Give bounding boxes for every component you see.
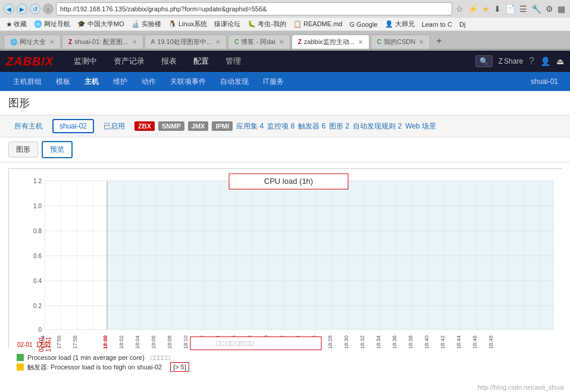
- legend-processor-values: □□□□□: [151, 354, 170, 361]
- graph-tab-graph[interactable]: 图形: [8, 142, 38, 158]
- svg-text:0.6: 0.6: [33, 253, 42, 259]
- svg-text:0.4: 0.4: [33, 278, 42, 284]
- tab-favicon-19-10: A: [151, 39, 155, 45]
- star-icon[interactable]: ★: [481, 4, 491, 14]
- zabbix-logo: ZABBIX: [6, 55, 54, 68]
- menu-admin[interactable]: 管理: [217, 51, 249, 71]
- bookmark-lab[interactable]: 🔬 实验楼: [129, 19, 164, 29]
- reload-button[interactable]: ↺: [30, 4, 40, 14]
- sec-menu-corr[interactable]: 关联项事件: [163, 73, 213, 90]
- tab-zabbix-active[interactable]: Z zabbix监控主动... ✕: [292, 35, 369, 49]
- tab-close-19-10[interactable]: ✕: [215, 39, 220, 45]
- user-icon[interactable]: 👤: [540, 57, 550, 66]
- tabs-bar: 🌐 网址大全 ✕ Z shuai-01: 配置图... ✕ A 19.10处理图…: [0, 31, 570, 50]
- watermark-text: http://blog.csdn.net/aoli_shuai: [477, 384, 564, 391]
- menu-config[interactable]: 配置: [185, 51, 217, 71]
- forward-button[interactable]: ▶: [17, 4, 27, 14]
- bookmark-readme-label: 📋 README.md: [293, 20, 342, 28]
- host-tab-appsets[interactable]: 应用集 4: [236, 121, 264, 131]
- logout-icon[interactable]: ⏏: [556, 57, 564, 66]
- tab-close-csdn[interactable]: ✕: [419, 39, 424, 45]
- host-tab-web[interactable]: Web 场景: [405, 121, 436, 131]
- bookmark-nav-label: 🌐 网址导航: [34, 20, 70, 29]
- tab-wangzhi[interactable]: 🌐 网址大全 ✕: [4, 35, 61, 49]
- bookmark-google[interactable]: G Google: [347, 20, 380, 29]
- host-tab-discovery[interactable]: 自动发现规则 2: [353, 121, 402, 131]
- bookmark-icon[interactable]: ☆: [455, 4, 465, 14]
- browser-icons: ☆ ⚡ ★ ⬇ 📄 ☰ 🔧 ⚙ ▦: [455, 4, 566, 14]
- legend-color-green: [17, 354, 24, 361]
- svg-text:0.2: 0.2: [33, 303, 42, 309]
- badge-zbx[interactable]: ZBX: [134, 121, 155, 131]
- svg-text:0.8: 0.8: [33, 228, 42, 234]
- sec-menu-hostgroup[interactable]: 主机群组: [6, 73, 49, 90]
- bookmark-yuan[interactable]: 猿课论坛: [212, 19, 243, 29]
- bookmark-favorites[interactable]: ★ 收藏: [4, 19, 29, 29]
- host-tab-enabled[interactable]: 已启用: [98, 120, 131, 133]
- tab-19-10[interactable]: A 19.10处理图形中... ✕: [145, 35, 227, 49]
- home-button[interactable]: ⌂: [43, 4, 54, 14]
- extension-icon[interactable]: ⚡: [466, 4, 479, 14]
- bookmark-nav[interactable]: 🌐 网址导航: [32, 19, 73, 29]
- host-tab-shuai02[interactable]: shuai-02: [52, 119, 94, 133]
- tab-csdn[interactable]: C 我的CSDN ✕: [371, 35, 430, 49]
- menu-monitoring[interactable]: 监测中: [65, 51, 105, 71]
- tools-icon[interactable]: 🔧: [530, 4, 543, 14]
- tab-favicon-zabbix: Z: [298, 39, 302, 45]
- tab-blog[interactable]: C 博客 - 阿dai ✕: [228, 35, 290, 49]
- tab-label-wangzhi: 网址大全: [20, 37, 46, 46]
- bookmark-learnc[interactable]: Learn to C: [419, 20, 455, 29]
- sec-menu-templates[interactable]: 模板: [49, 73, 77, 90]
- sec-menu-maintenance[interactable]: 维护: [106, 73, 134, 90]
- svg-text:CPU load (1h): CPU load (1h): [264, 177, 313, 186]
- back-button[interactable]: ◀: [4, 4, 14, 14]
- sec-menu-hosts[interactable]: 主机: [77, 73, 106, 90]
- secondary-nav: 主机群组 模板 主机 维护 动作 关联项事件 自动发现 IT服务 shuai-0…: [0, 72, 570, 91]
- tab-shuai01[interactable]: Z shuai-01: 配置图... ✕: [62, 35, 143, 49]
- address-bar[interactable]: [56, 2, 452, 15]
- sec-menu-actions[interactable]: 动作: [134, 73, 163, 90]
- host-tab-all[interactable]: 所有主机: [8, 120, 49, 133]
- tab-close-shuai01[interactable]: ✕: [132, 39, 137, 45]
- svg-text:0: 0: [38, 327, 42, 333]
- host-tab-graphs[interactable]: 图形 2: [329, 121, 349, 131]
- bookmark-linux[interactable]: 🐧 Linux系统: [166, 19, 209, 29]
- sec-menu-discovery[interactable]: 自动发现: [213, 73, 256, 90]
- bookmark-learnc-label: Learn to C: [422, 21, 452, 28]
- share-button[interactable]: Z Share: [499, 57, 523, 65]
- help-icon[interactable]: ?: [529, 56, 534, 67]
- host-tab-items[interactable]: 监控项 8: [267, 121, 295, 131]
- search-box[interactable]: 🔍: [475, 55, 493, 67]
- bookmark-yuan-label: 猿课论坛: [214, 20, 240, 29]
- bookmark-readme[interactable]: 📋 README.md: [291, 20, 344, 29]
- download-icon[interactable]: ⬇: [493, 4, 502, 14]
- new-tab-button[interactable]: +: [431, 33, 446, 49]
- menu-assets[interactable]: 资产记录: [105, 51, 153, 71]
- settings-icon[interactable]: ⚙: [544, 4, 555, 14]
- bookmark-dj-label: Dj: [459, 21, 465, 28]
- legend-processor-label: Processor load (1 min average per core): [27, 354, 145, 361]
- legend-item-trigger: 触发器: Processor load is too high on shuai…: [17, 362, 553, 372]
- tab-label-19-10: 19.10处理图形中...: [157, 37, 212, 46]
- bookmark-kaochong[interactable]: 🐛 考虫-我的: [245, 19, 289, 29]
- settings-menu-icon[interactable]: ☰: [518, 4, 528, 14]
- apps-icon[interactable]: ▦: [556, 4, 566, 14]
- bookmark-mooc[interactable]: 🎓 中国大学MO: [75, 19, 127, 29]
- graph-tab-preview[interactable]: 预览: [42, 141, 73, 158]
- watermark: http://blog.csdn.net/aoli_shuai: [0, 381, 570, 392]
- browser-chrome: ◀ ▶ ↺ ⌂ ☆ ⚡ ★ ⬇ 📄 ☰ 🔧 ⚙ ▦ ★ 收藏 🌐 网址导航 🎓 …: [0, 0, 570, 51]
- bookmark-dj[interactable]: Dj: [457, 20, 468, 29]
- tab-close-blog[interactable]: ✕: [279, 39, 284, 45]
- date-label: 02-01: [17, 341, 33, 348]
- tab-label-zabbix: zabbix监控主动...: [304, 37, 355, 46]
- bookmarks-bar: ★ 收藏 🌐 网址导航 🎓 中国大学MO 🔬 实验楼 🐧 Linux系统 猿课论…: [0, 18, 570, 31]
- host-tab-triggers[interactable]: 触发器 6: [298, 121, 325, 131]
- bookmark-dashi[interactable]: 👤 大师兄: [383, 19, 417, 29]
- bookmark-linux-label: 🐧 Linux系统: [168, 20, 207, 29]
- tab-close-wangzhi[interactable]: ✕: [49, 39, 54, 45]
- sec-menu-it[interactable]: IT服务: [256, 73, 291, 90]
- page-icon[interactable]: 📄: [504, 4, 516, 14]
- secondary-menu: 主机群组 模板 主机 维护 动作 关联项事件 自动发现 IT服务: [6, 73, 291, 90]
- tab-close-zabbix[interactable]: ✕: [358, 39, 363, 45]
- menu-reports[interactable]: 报表: [153, 51, 185, 71]
